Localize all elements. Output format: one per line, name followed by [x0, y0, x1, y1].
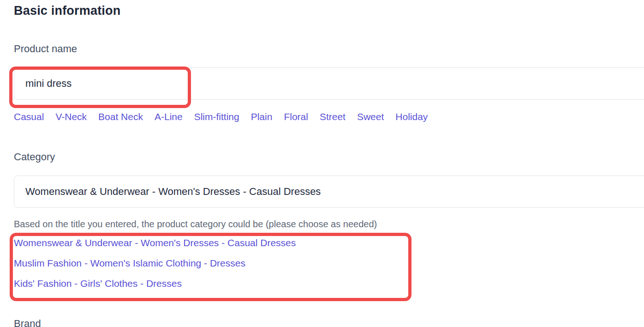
- category-select[interactable]: Womenswear & Underwear - Women's Dresses…: [14, 176, 644, 208]
- product-name-label: Product name: [14, 43, 644, 55]
- page-title: Basic information: [14, 4, 644, 18]
- keyword-link-a-line[interactable]: A-Line: [155, 111, 183, 123]
- keyword-link-street[interactable]: Street: [320, 111, 346, 123]
- category-hint-text: Based on the title you entered, the prod…: [14, 218, 644, 230]
- keyword-link-floral[interactable]: Floral: [284, 111, 308, 123]
- keyword-link-boat-neck[interactable]: Boat Neck: [98, 111, 143, 123]
- category-suggestion-muslim-fashion[interactable]: Muslim Fashion - Women's Islamic Clothin…: [14, 253, 644, 273]
- keyword-link-holiday[interactable]: Holiday: [395, 111, 428, 123]
- category-suggestion-womenswear[interactable]: Womenswear & Underwear - Women's Dresses…: [14, 233, 644, 253]
- category-suggestion-kids-fashion[interactable]: Kids' Fashion - Girls' Clothes - Dresses: [14, 273, 644, 294]
- keyword-suggestions-row: Casual V-Neck Boat Neck A-Line Slim-fitt…: [14, 111, 644, 123]
- product-name-input[interactable]: [14, 67, 644, 100]
- basic-information-form: Basic information Product name Casual V-…: [0, 4, 644, 327]
- keyword-link-plain[interactable]: Plain: [251, 111, 273, 123]
- keyword-link-casual[interactable]: Casual: [14, 111, 44, 123]
- category-selected-value: Womenswear & Underwear - Women's Dresses…: [25, 186, 321, 198]
- keyword-link-slim-fitting[interactable]: Slim-fitting: [194, 111, 239, 123]
- category-label: Category: [14, 151, 644, 163]
- brand-label: Brand: [14, 318, 644, 327]
- keyword-link-sweet[interactable]: Sweet: [357, 111, 384, 123]
- keyword-link-v-neck[interactable]: V-Neck: [55, 111, 87, 123]
- category-suggestions-list: Womenswear & Underwear - Women's Dresses…: [14, 233, 644, 294]
